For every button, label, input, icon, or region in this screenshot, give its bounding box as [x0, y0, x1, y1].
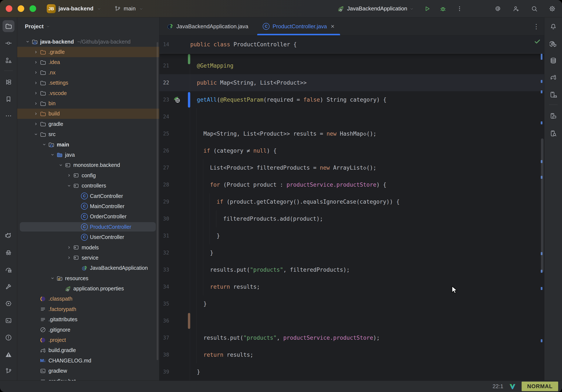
tree-item-java[interactable]: java	[17, 150, 159, 160]
project-tool-button[interactable]	[2, 20, 14, 32]
code-line-22[interactable]: 22public Map<String, List<Product>>	[159, 74, 544, 91]
line-number[interactable]: 32	[159, 250, 172, 256]
editor-scrollbar[interactable]	[541, 138, 543, 272]
code-line-36[interactable]: 36	[159, 312, 544, 329]
analysis-mark[interactable]	[541, 287, 542, 290]
code-line-30[interactable]: 30filteredProducts.add(product);	[159, 210, 544, 227]
tree-item--gitignore[interactable]: .gitignore	[17, 325, 159, 335]
line-number[interactable]: 22	[159, 80, 172, 86]
chevron-closed-icon[interactable]	[66, 255, 72, 261]
vcs-marker-modified-removed[interactable]	[188, 313, 190, 329]
line-number[interactable]: 38	[159, 352, 172, 358]
line-number[interactable]: 34	[159, 284, 172, 290]
tree-item-monostore-backend[interactable]: monostore.backend	[17, 160, 159, 170]
commit-tool-button[interactable]	[2, 37, 14, 49]
line-number[interactable]: 26	[159, 148, 172, 154]
caret-position[interactable]: 22:1	[492, 383, 503, 390]
run-button[interactable]	[424, 5, 431, 12]
warnings-tool-button[interactable]	[2, 349, 14, 361]
tree-item-gradle[interactable]: gradle	[17, 119, 159, 129]
ai-assistant-button[interactable]	[494, 5, 501, 12]
debug-button[interactable]	[440, 5, 446, 12]
line-number[interactable]: 39	[159, 369, 172, 375]
analysis-mark[interactable]	[541, 90, 542, 93]
chevron-closed-icon[interactable]	[33, 111, 39, 117]
line-number[interactable]: 24	[159, 114, 172, 120]
chevron-open-icon[interactable]	[24, 39, 31, 44]
more-actions-button[interactable]	[456, 5, 463, 12]
tree-item--settings[interactable]: .settings	[17, 78, 159, 88]
code-line-33[interactable]: 33results.put("products", filteredProduc…	[159, 261, 544, 278]
code-line-28[interactable]: 28for (Product product : productService.…	[159, 176, 544, 193]
chevron-open-icon[interactable]	[49, 152, 56, 157]
run-configuration[interactable]: JavaBackendApplication	[347, 5, 407, 12]
line-number[interactable]: 23	[159, 97, 172, 103]
line-number[interactable]: 31	[159, 233, 172, 239]
tree-item--factorypath[interactable]: .factorypath	[17, 304, 159, 314]
project-panel-header[interactable]: Project	[17, 17, 159, 35]
tree-item-java-backend[interactable]: java-backend~/Github/java-backend	[17, 36, 159, 47]
chevron-closed-icon[interactable]	[33, 70, 39, 75]
hierarchy-tool-button[interactable]	[2, 76, 14, 88]
tab-JavaBackendApplication.java[interactable]: JavaBackendApplication.java	[159, 17, 256, 35]
line-number[interactable]: 21	[159, 63, 172, 69]
tree-item-application-properties[interactable]: application.properties	[17, 283, 159, 294]
code-line-34[interactable]: 34return results;	[159, 278, 544, 295]
project-tree-scrollbar[interactable]	[157, 42, 158, 360]
code-line-32[interactable]: 32}	[159, 244, 544, 261]
device-explorer-button[interactable]	[547, 127, 559, 139]
notifications-bell-button[interactable]	[547, 21, 559, 33]
tree-item-main[interactable]: main	[17, 140, 159, 150]
tree-item-changelog-md[interactable]: M↓CHANGELOG.md	[17, 356, 159, 366]
more-tool-button[interactable]	[2, 110, 14, 122]
analysis-mark[interactable]	[541, 121, 542, 124]
code-line-37[interactable]: 37results.put("products", productService…	[159, 329, 544, 346]
gradle-tool-button[interactable]	[547, 71, 559, 83]
code-line-27[interactable]: 27List<Product> filteredProducts = new A…	[159, 159, 544, 176]
database-button[interactable]	[547, 55, 559, 67]
chevron-closed-icon[interactable]	[33, 49, 39, 55]
tree-item--classpath[interactable]: .classpath	[17, 294, 159, 304]
line-number[interactable]: 30	[159, 216, 172, 222]
close-tab-icon[interactable]: ×	[331, 23, 335, 30]
tree-item--vscode[interactable]: .vscode	[17, 88, 159, 98]
line-number[interactable]: 36	[159, 318, 172, 324]
maximize-window-button[interactable]	[30, 5, 36, 12]
chevron-open-icon[interactable]	[41, 142, 47, 147]
line-number[interactable]: 35	[159, 301, 172, 307]
code-line-26[interactable]: 26if (category ≠ null) {	[159, 142, 544, 159]
tree-item-productcontroller[interactable]: CProductController	[17, 222, 159, 232]
chevron-open-icon[interactable]	[66, 183, 72, 189]
tree-item-resources[interactable]: resources	[17, 273, 159, 283]
chevron-closed-icon[interactable]	[33, 121, 39, 127]
code-line-38[interactable]: 38return results;	[159, 346, 544, 363]
tab-ProductController.java[interactable]: CProductController.java×	[256, 17, 341, 35]
chevron-open-icon[interactable]	[58, 162, 64, 168]
inspections-ok-icon[interactable]	[534, 38, 541, 45]
editor-options-icon[interactable]: ⋮	[533, 23, 539, 30]
tree-item-service[interactable]: service	[17, 252, 159, 263]
bookmarks-tool-button[interactable]	[2, 93, 14, 105]
problems-tool-button[interactable]	[2, 332, 14, 344]
tree-item-models[interactable]: models	[17, 242, 159, 252]
line-number[interactable]: 29	[159, 199, 172, 205]
line-number[interactable]: 14	[159, 41, 172, 48]
tree-item-javabackendapplication[interactable]: JavaBackendApplication	[17, 263, 159, 273]
analysis-mark[interactable]	[541, 80, 542, 83]
code-line-31[interactable]: 31}	[159, 227, 544, 244]
tree-item-controllers[interactable]: controllers	[17, 180, 159, 191]
close-window-button[interactable]	[6, 5, 12, 12]
tree-item-ordercontroller[interactable]: COrderController	[17, 212, 159, 222]
dash-cat-tool-button[interactable]	[2, 230, 14, 241]
ideavim-icon[interactable]	[509, 383, 516, 390]
minimize-window-button[interactable]	[18, 5, 24, 12]
analysis-mark[interactable]	[541, 339, 542, 342]
code-line-39[interactable]: 39}	[159, 363, 544, 380]
services-tool-button[interactable]	[2, 298, 14, 309]
git-branch-tool-button[interactable]	[2, 365, 14, 377]
settings-gear-button[interactable]	[549, 5, 556, 12]
vcs-marker-modified[interactable]	[188, 92, 190, 107]
line-number[interactable]: 27	[159, 165, 172, 171]
line-number[interactable]: 28	[159, 182, 172, 188]
tree-item-config[interactable]: config	[17, 170, 159, 180]
